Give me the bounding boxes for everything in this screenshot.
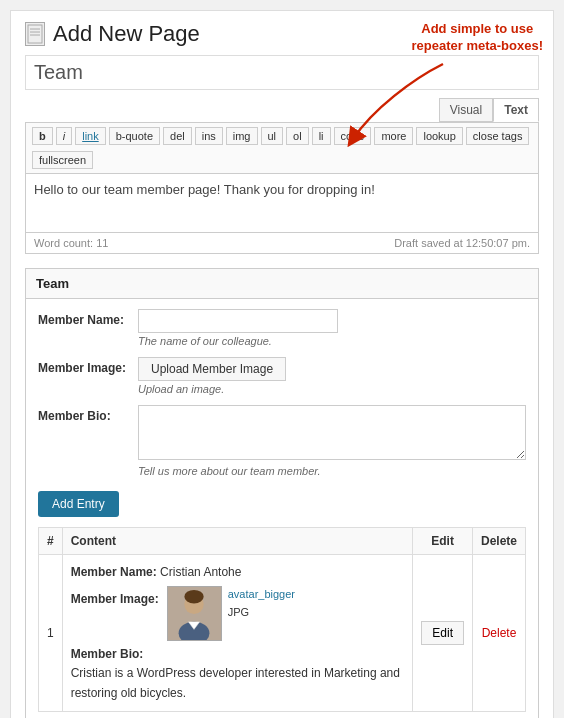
toolbar-fullscreen[interactable]: fullscreen [32,151,93,169]
table-row: 1 Member Name: Cristian Antohe Member Im… [39,555,526,712]
col-content: Content [62,528,413,555]
word-count-value: 11 [96,237,108,249]
member-image-hint: Upload an image. [138,383,526,395]
member-bio-label: Member Bio: [38,405,138,423]
toolbar-li[interactable]: li [312,127,331,145]
image-info: avatar_bigger JPG [228,586,295,621]
post-title-input[interactable] [25,55,539,90]
row-delete-cell: Delete [472,555,525,712]
tab-text[interactable]: Text [493,98,539,122]
entry-content: Member Name: Cristian Antohe Member Imag… [71,563,405,703]
member-name-label: Member Name: [38,309,138,327]
table-header-row: # Content Edit Delete [39,528,526,555]
delete-link[interactable]: Delete [482,626,517,640]
upload-member-image-button[interactable]: Upload Member Image [138,357,286,381]
member-bio-row: Member Bio: Tell us more about our team … [38,405,526,477]
member-name-row: Member Name: The name of our colleague. [38,309,526,347]
row-number: 1 [39,555,63,712]
toolbar-ol[interactable]: ol [286,127,309,145]
entry-member-name: Member Name: Cristian Antohe [71,563,405,582]
member-image-label: Member Image: [38,357,138,375]
member-bio-input[interactable] [138,405,526,460]
image-link[interactable]: avatar_bigger [228,588,295,600]
toolbar-close-tags[interactable]: close tags [466,127,530,145]
toolbar-ul[interactable]: ul [261,127,284,145]
entry-member-name-label: Member Name: [71,565,157,579]
entry-member-bio-value: Cristian is a WordPress developer intere… [71,666,400,699]
member-bio-field: Tell us more about our team member. [138,405,526,477]
word-count-label: Word count: [34,237,93,249]
row-content: Member Name: Cristian Antohe Member Imag… [62,555,413,712]
toolbar-lookup[interactable]: lookup [416,127,462,145]
editor-toolbar: b i link b-quote del ins img ul ol li co… [25,122,539,173]
add-entry-button[interactable]: Add Entry [38,491,119,517]
editor-footer: Word count: 11 Draft saved at 12:50:07 p… [25,233,539,254]
editor-tabs: Visual Text [25,98,539,122]
draft-saved: Draft saved at 12:50:07 pm. [394,237,530,249]
toolbar-bquote[interactable]: b-quote [109,127,160,145]
entry-member-bio-label: Member Bio: [71,647,144,661]
row-edit-cell: Edit [413,555,473,712]
page-icon [25,22,45,46]
entry-member-image-row: Member Image: [71,586,405,641]
meta-box-title: Team [36,276,69,291]
col-number: # [39,528,63,555]
page-title-bar: Add New Page [25,21,539,47]
editor-content[interactable]: Hello to our team member page! Thank you… [25,173,539,233]
edit-button[interactable]: Edit [421,621,464,645]
entry-member-bio: Member Bio: Cristian is a WordPress deve… [71,645,405,703]
member-name-input[interactable] [138,309,338,333]
member-image-row: Member Image: Upload Member Image Upload… [38,357,526,395]
member-image-field: Upload Member Image Upload an image. [138,357,526,395]
entry-member-image-label: Member Image: [71,586,159,609]
toolbar-code[interactable]: code [334,127,372,145]
page-title: Add New Page [53,21,200,47]
entry-table: # Content Edit Delete 1 Member Name: [38,527,526,712]
entry-member-name-value: Cristian Antohe [160,565,241,579]
word-count: Word count: 11 [34,237,108,249]
svg-rect-0 [28,25,42,43]
toolbar-link[interactable]: link [75,127,106,145]
tab-visual[interactable]: Visual [439,98,493,122]
toolbar-bold[interactable]: b [32,127,53,145]
toolbar-del[interactable]: del [163,127,192,145]
image-format: JPG [228,606,249,618]
toolbar-img[interactable]: img [226,127,258,145]
meta-box-header: Team [26,269,538,299]
member-name-hint: The name of our colleague. [138,335,526,347]
svg-point-6 [184,590,203,603]
col-edit: Edit [413,528,473,555]
toolbar-ins[interactable]: ins [195,127,223,145]
toolbar-italic[interactable]: i [56,127,72,145]
meta-box-body: Member Name: The name of our colleague. … [26,299,538,718]
member-name-field: The name of our colleague. [138,309,526,347]
meta-box: Team Member Name: The name of our collea… [25,268,539,718]
member-thumbnail [167,586,222,641]
col-delete: Delete [472,528,525,555]
toolbar-more[interactable]: more [374,127,413,145]
member-bio-hint: Tell us more about our team member. [138,465,526,477]
